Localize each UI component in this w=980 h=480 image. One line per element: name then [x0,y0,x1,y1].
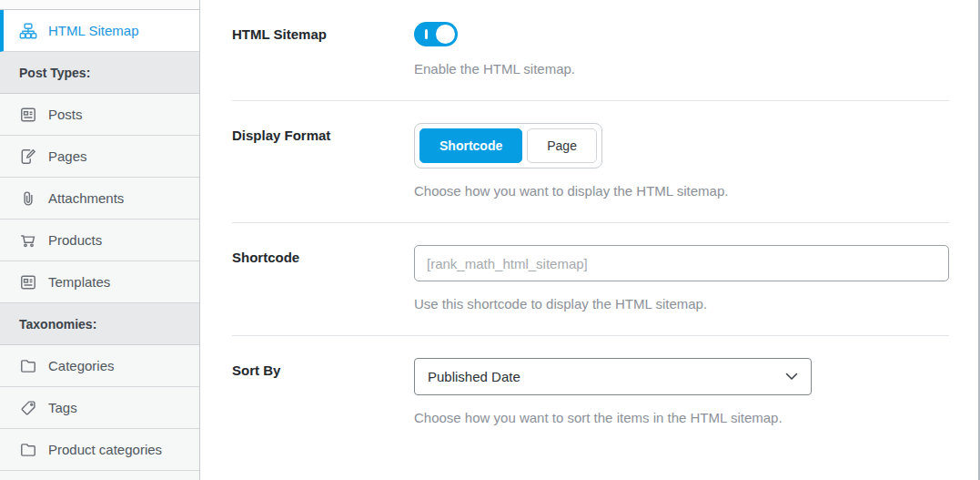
toggle-knob [436,25,455,44]
sidebar-partial-row-bottom [0,471,199,480]
paperclip-icon [19,189,37,208]
sidebar-section-taxonomies: Taxonomies: [0,303,199,345]
sidebar-item-tags[interactable]: Tags [0,387,199,429]
sidebar-item-product-categories[interactable]: Product categories [0,429,199,471]
sort-by-select[interactable]: Published Date [414,358,812,395]
folder-icon [19,441,37,459]
setting-row-display-format: Display Format Shortcode Page Choose how… [232,101,949,223]
setting-row-sort-by: Sort By Published Date Choose how you wa… [232,336,949,449]
sidebar-item-label: Tags [48,400,77,415]
settings-page: HTML Sitemap Post Types: Posts [0,0,980,480]
sidebar-item-label: Products [48,232,102,248]
sidebar-item-label: Templates [48,274,110,290]
sidebar-item-templates[interactable]: Templates [0,261,199,303]
tag-icon [19,399,37,417]
setting-description: Choose how you want to sort the items in… [414,410,949,425]
html-sitemap-toggle[interactable] [414,22,458,46]
sidebar-section-label: Taxonomies: [19,317,96,332]
sidebar-item-categories[interactable]: Categories [0,345,199,387]
templates-icon [19,273,37,291]
shortcode-input[interactable] [414,245,949,281]
setting-row-shortcode: Shortcode Use this shortcode to display … [232,223,949,336]
chevron-down-icon [785,373,798,381]
sidebar: HTML Sitemap Post Types: Posts [0,0,200,480]
setting-label: Sort By [232,358,414,425]
cart-icon [19,231,37,250]
setting-description: Enable the HTML sitemap. [414,61,949,77]
sidebar-item-label: Product categories [48,442,162,457]
toggle-on-indicator [425,29,428,39]
shortcode-option-button[interactable]: Shortcode [419,128,522,163]
page-option-button[interactable]: Page [527,128,597,163]
sidebar-item-label: HTML Sitemap [48,23,138,38]
setting-row-html-sitemap: HTML Sitemap Enable the HTML sitemap. [232,0,949,101]
setting-description: Choose how you want to display the HTML … [414,183,949,199]
sidebar-item-posts[interactable]: Posts [0,94,199,136]
setting-description: Use this shortcode to display the HTML s… [414,296,949,311]
sidebar-partial-row-top [0,0,199,10]
setting-label: Display Format [232,123,414,199]
display-format-button-group: Shortcode Page [414,123,602,169]
settings-panel: HTML Sitemap Enable the HTML sitemap. Di… [200,0,978,480]
pages-icon [19,148,37,166]
sitemap-icon [19,22,37,40]
sidebar-item-label: Attachments [48,190,124,206]
folder-icon [19,357,37,375]
sidebar-item-attachments[interactable]: Attachments [0,178,199,220]
sidebar-item-label: Posts [48,107,83,122]
sidebar-item-label: Pages [48,148,87,164]
setting-label: Shortcode [232,245,414,311]
sidebar-item-pages[interactable]: Pages [0,136,199,178]
setting-label: HTML Sitemap [232,22,414,77]
posts-icon [19,106,37,124]
sidebar-section-post-types: Post Types: [0,52,199,94]
sidebar-item-html-sitemap[interactable]: HTML Sitemap [0,10,199,52]
sidebar-section-label: Post Types: [19,66,90,80]
sort-by-selected-value: Published Date [428,369,520,384]
sidebar-item-products[interactable]: Products [0,220,199,261]
sidebar-item-label: Categories [48,358,115,373]
